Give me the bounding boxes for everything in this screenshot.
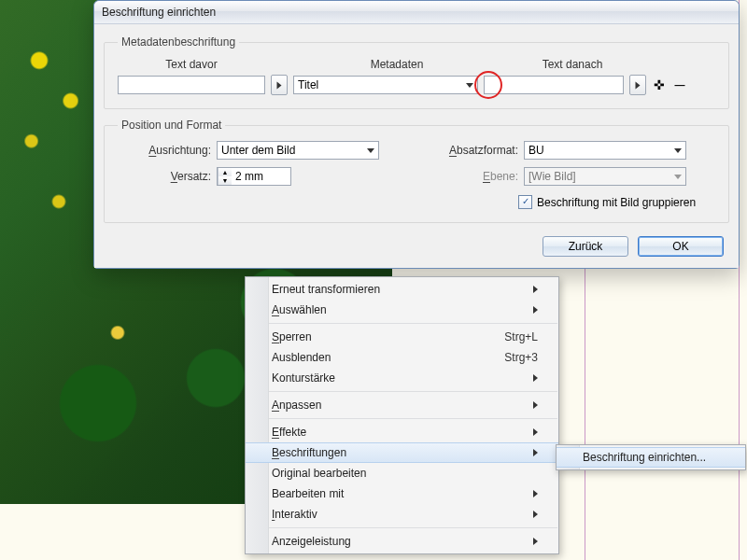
dropdown-caret-icon bbox=[367, 148, 374, 153]
metadata-caption-legend: Metadatenbeschriftung bbox=[118, 35, 239, 49]
submenu-caret-icon bbox=[533, 374, 538, 382]
layer-value: [Wie Bild] bbox=[529, 170, 576, 183]
menu-item[interactable]: Anpassen bbox=[246, 395, 558, 415]
menu-item-shortcut: Strg+L bbox=[504, 330, 538, 343]
menu-item[interactable]: Beschriftungen bbox=[246, 442, 558, 463]
metadata-dropdown[interactable]: Titel bbox=[293, 76, 478, 94]
menu-item[interactable]: Interaktiv bbox=[246, 504, 558, 525]
spinner-up-icon[interactable]: ▲ bbox=[218, 168, 232, 176]
submenu-caret-icon bbox=[533, 538, 538, 545]
dropdown-caret-icon bbox=[674, 175, 682, 179]
remove-row-button[interactable]: — bbox=[672, 76, 687, 94]
dialog-title: Beschriftung einrichten bbox=[94, 1, 739, 24]
context-menu: Erneut transformierenAuswählenSperrenStr… bbox=[245, 276, 559, 554]
menu-item[interactable]: Konturstärke bbox=[246, 368, 558, 388]
ok-button[interactable]: OK bbox=[638, 236, 724, 257]
add-row-button[interactable]: ✜ bbox=[652, 76, 667, 94]
position-format-legend: Position und Format bbox=[118, 119, 225, 132]
menu-separator bbox=[247, 418, 557, 419]
alignment-value: Unter dem Bild bbox=[221, 144, 295, 157]
menu-item-label: Anzeigeleistung bbox=[272, 535, 351, 548]
menu-item-label: Auswählen bbox=[272, 303, 327, 316]
group-with-image-label: Beschriftung mit Bild gruppieren bbox=[537, 196, 696, 209]
submenu-caret-icon bbox=[533, 511, 538, 518]
submenu-item-caption-setup[interactable]: Beschriftung einrichten... bbox=[557, 447, 745, 468]
menu-item[interactable]: Effekte bbox=[246, 422, 558, 442]
offset-input[interactable] bbox=[232, 168, 275, 185]
menu-item[interactable]: Original bearbeiten bbox=[246, 463, 558, 483]
menu-item[interactable]: Anzeigeleistung bbox=[246, 531, 558, 552]
submenu-item-label: Beschriftung einrichten... bbox=[583, 451, 706, 464]
paragraph-format-dropdown[interactable]: BU bbox=[524, 141, 686, 160]
submenu-caret-icon bbox=[533, 449, 538, 456]
menu-item-label: Anpassen bbox=[272, 399, 321, 412]
menu-item-label: Erneut transformieren bbox=[272, 283, 380, 296]
caption-setup-dialog: Beschriftung einrichten Metadatenbeschri… bbox=[93, 0, 740, 269]
metadata-dropdown-value: Titel bbox=[298, 78, 318, 91]
paragraph-format-value: BU bbox=[529, 144, 544, 157]
captions-submenu: Beschriftung einrichten... bbox=[556, 444, 746, 470]
layer-dropdown: [Wie Bild] bbox=[524, 167, 686, 186]
menu-item[interactable]: Auswählen bbox=[246, 300, 558, 320]
back-button[interactable]: Zurück bbox=[543, 236, 628, 257]
menu-separator bbox=[247, 527, 557, 528]
text-after-input[interactable] bbox=[484, 76, 624, 94]
text-before-input[interactable] bbox=[118, 76, 265, 94]
position-format-group: Position und Format Ausrichtung: Unter d… bbox=[104, 119, 729, 223]
menu-item-label: Interaktiv bbox=[272, 508, 317, 521]
spinner-down-icon[interactable]: ▼ bbox=[218, 176, 232, 185]
alignment-dropdown[interactable]: Unter dem Bild bbox=[217, 141, 379, 160]
dropdown-caret-icon bbox=[466, 83, 473, 88]
submenu-caret-icon bbox=[533, 286, 538, 293]
menu-separator bbox=[247, 323, 557, 324]
dropdown-caret-icon bbox=[674, 148, 682, 153]
menu-separator bbox=[247, 391, 557, 392]
text-before-label: Text davor bbox=[118, 58, 265, 71]
menu-item-shortcut: Strg+3 bbox=[504, 351, 538, 364]
menu-item-label: Sperren bbox=[272, 330, 312, 343]
submenu-caret-icon bbox=[533, 401, 538, 409]
text-after-flyout-button[interactable] bbox=[629, 75, 646, 95]
submenu-caret-icon bbox=[533, 490, 538, 497]
menu-item-label: Ausblenden bbox=[272, 351, 331, 364]
checkbox-icon: ✓ bbox=[518, 195, 532, 209]
menu-item-label: Konturstärke bbox=[272, 371, 335, 385]
group-with-image-checkbox[interactable]: ✓ Beschriftung mit Bild gruppieren bbox=[518, 195, 696, 209]
offset-spinner[interactable]: ▲▼ bbox=[217, 167, 291, 186]
menu-item-label: Effekte bbox=[272, 426, 306, 439]
text-after-label: Text danach bbox=[495, 58, 650, 71]
metadata-caption-group: Metadatenbeschriftung Text davor Metadat… bbox=[104, 35, 729, 109]
menu-item[interactable]: SperrenStrg+L bbox=[246, 327, 558, 347]
menu-item[interactable]: Erneut transformieren bbox=[246, 279, 558, 300]
menu-item[interactable]: Bearbeiten mit bbox=[246, 483, 558, 504]
menu-item-label: Bearbeiten mit bbox=[272, 487, 344, 500]
menu-item-label: Original bearbeiten bbox=[272, 467, 366, 480]
metadata-label: Metadaten bbox=[304, 58, 489, 71]
menu-item[interactable]: AusblendenStrg+3 bbox=[246, 347, 558, 368]
submenu-caret-icon bbox=[533, 306, 538, 314]
text-before-flyout-button[interactable] bbox=[271, 75, 288, 95]
menu-item-label: Beschriftungen bbox=[272, 446, 346, 459]
submenu-caret-icon bbox=[533, 428, 538, 436]
